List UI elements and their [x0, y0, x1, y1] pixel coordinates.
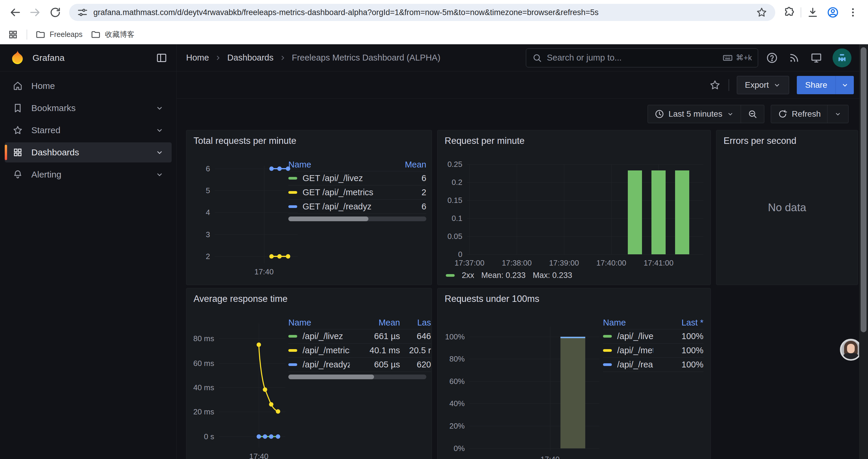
table-row[interactable]: GET /api/_/readyz 6 [288, 200, 426, 214]
bookmark-label: Freeleaps [50, 30, 83, 39]
bookmark-star-icon[interactable] [756, 6, 768, 18]
panel-errors-per-second[interactable]: Errors per second No data [716, 130, 858, 285]
user-avatar[interactable] [833, 48, 851, 67]
star-dashboard-icon[interactable] [709, 79, 721, 91]
x-tick: 17:39:00 [549, 258, 579, 268]
panel-request-per-minute[interactable]: Request per minute 0.25 0.2 0.15 0.1 0.0… [437, 130, 711, 285]
series-last: 100% [653, 331, 704, 341]
bookmarks-divider [27, 30, 27, 40]
search-input[interactable] [547, 53, 718, 63]
reload-icon[interactable] [47, 4, 64, 21]
total-requests-legend-table: Name Mean GET /api/_/livez 6 GET /api/_/… [288, 158, 426, 214]
zoom-out-button[interactable] [741, 105, 764, 123]
sidebar-item-alerting[interactable]: Alerting [5, 165, 172, 185]
share-menu-caret[interactable] [836, 76, 854, 94]
series-mean: 605 µs [350, 360, 400, 369]
y-tick: 3 [206, 230, 210, 239]
table-row[interactable]: GET /api/_/livez 6 [288, 171, 426, 186]
share-label: Share [797, 76, 836, 94]
legend-2xx[interactable]: 2xx Mean: 0.233 Max: 0.233 [446, 271, 572, 280]
y-tick: 6 [206, 164, 210, 173]
x-tick: 17:40 [249, 452, 268, 459]
legend-hscrollbar[interactable] [288, 217, 426, 221]
chevron-down-icon[interactable] [155, 170, 164, 179]
bookmark-folder-freeleaps[interactable]: Freeleaps [35, 30, 83, 40]
breadcrumb-home[interactable]: Home [186, 53, 209, 63]
table-row[interactable]: /api/_/metrics 100% [603, 343, 704, 358]
extensions-icon[interactable] [780, 4, 798, 21]
y-tick: 20% [450, 422, 465, 431]
sidebar-item-home[interactable]: Home [5, 76, 172, 96]
site-settings-icon[interactable] [77, 7, 88, 18]
chevron-down-icon[interactable] [155, 126, 164, 135]
col-last[interactable]: Last * [653, 318, 704, 328]
table-row[interactable]: /api/_/metrics 40.1 ms 20.5 r [288, 343, 431, 358]
legend-mean: Mean: 0.233 [481, 271, 526, 280]
back-icon[interactable] [6, 4, 24, 21]
screen-monitor-icon[interactable] [810, 52, 823, 64]
scrollbar-thumb[interactable] [861, 47, 867, 332]
col-name[interactable]: Name [603, 318, 653, 328]
table-row[interactable]: /api/_/readyz 100% [603, 358, 704, 372]
legend-max: Max: 0.233 [533, 271, 572, 280]
grafana-logo[interactable] [9, 49, 26, 66]
refresh-interval-caret[interactable] [827, 105, 848, 123]
sidebar-collapse-icon[interactable] [156, 52, 167, 64]
time-range-picker[interactable]: Last 5 minutes [648, 105, 741, 123]
panel-requests-under-100ms[interactable]: Requests under 100ms 100% 80% 60% 40% 20… [437, 288, 711, 459]
chevron-down-icon [773, 81, 781, 89]
breadcrumb-dashboards[interactable]: Dashboards [227, 53, 273, 63]
sidebar-item-bookmarks[interactable]: Bookmarks [5, 98, 172, 118]
news-rss-icon[interactable] [788, 52, 800, 64]
col-mean[interactable]: Mean [350, 318, 400, 328]
browser-menu-icon[interactable] [844, 4, 862, 21]
table-header: Name Mean [288, 158, 426, 171]
time-controls: Last 5 minutes Refresh [177, 99, 868, 129]
col-name[interactable]: Name [288, 160, 391, 169]
zoom-out-icon [747, 109, 757, 119]
floating-avatar[interactable] [840, 339, 862, 361]
sidebar-item-label: Dashboards [31, 147, 79, 157]
search-box[interactable]: ⌘+k [526, 48, 758, 67]
bar-2xx [651, 170, 665, 254]
no-data-message: No data [768, 201, 806, 214]
panel-avg-response-time[interactable]: Average response time 80 ms 60 ms 40 ms … [186, 288, 432, 459]
table-row[interactable]: GET /api/_/metrics 2 [288, 186, 426, 200]
stacked-percent-bar [560, 337, 585, 448]
forward-icon[interactable] [27, 4, 44, 21]
shortcut-label: ⌘+k [736, 53, 752, 62]
series-name: /api/_/livez [617, 331, 653, 341]
profile-icon[interactable] [824, 4, 841, 21]
col-mean[interactable]: Mean [391, 160, 426, 169]
sidebar-item-starred[interactable]: Starred [5, 120, 172, 140]
avg-response-legend-table: Name Mean Las /api/_/livez 661 µs 646 /a… [288, 316, 431, 372]
x-tick: 17:38:00 [502, 258, 531, 268]
page-scrollbar[interactable] [859, 44, 868, 459]
y-tick: 4 [206, 208, 210, 217]
table-row[interactable]: /api/_/readyz 605 µs 620 [288, 358, 431, 372]
url-bar[interactable] [69, 4, 775, 21]
refresh-icon [778, 109, 788, 119]
panel-title: Request per minute [445, 136, 525, 146]
dashboard-actions: Export Share [177, 71, 868, 99]
col-last[interactable]: Las [400, 318, 431, 328]
toolbar-divider [801, 7, 801, 18]
panel-total-requests[interactable]: Total requests per minute 6 5 4 3 2 17:4… [186, 130, 432, 285]
bookmark-folder-blogs[interactable]: 收藏博客 [91, 30, 134, 40]
share-button[interactable]: Share [797, 76, 854, 94]
chevron-down-icon [841, 81, 849, 89]
url-input[interactable] [93, 8, 750, 17]
sidebar-item-dashboards[interactable]: Dashboards [5, 142, 172, 162]
chevron-down-icon[interactable] [155, 148, 164, 157]
export-button[interactable]: Export [737, 76, 789, 94]
legend-hscrollbar[interactable] [288, 374, 426, 379]
refresh-button[interactable]: Refresh [771, 105, 827, 123]
apps-grid-icon[interactable] [8, 29, 18, 40]
table-row[interactable]: /api/_/livez 100% [603, 329, 704, 343]
help-icon[interactable] [766, 52, 778, 64]
table-row[interactable]: /api/_/livez 661 µs 646 [288, 329, 431, 343]
col-name[interactable]: Name [288, 318, 350, 328]
chevron-down-icon[interactable] [155, 104, 164, 112]
panel-title: Average response time [193, 294, 287, 304]
downloads-icon[interactable] [804, 4, 821, 21]
